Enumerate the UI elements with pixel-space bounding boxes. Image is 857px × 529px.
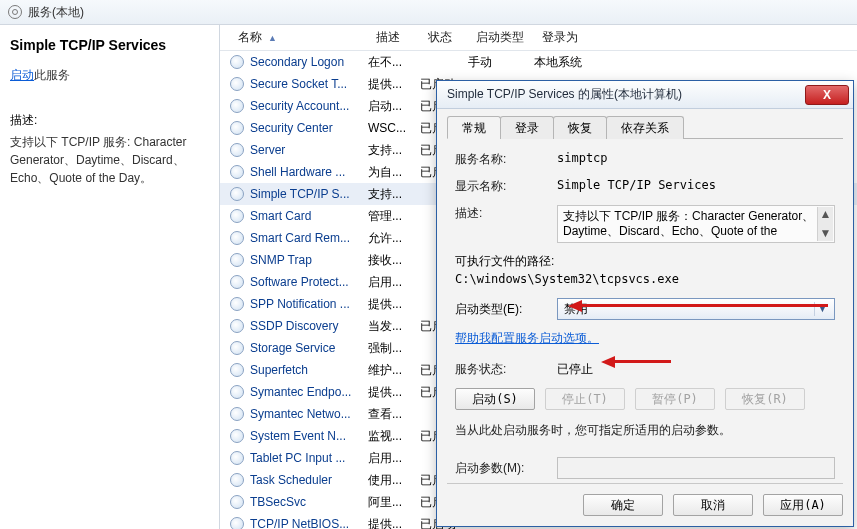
service-row[interactable]: Secondary Logon在不...手动本地系统 — [220, 51, 857, 73]
cell-desc: 强制... — [368, 340, 420, 357]
cell-name: SPP Notification ... — [250, 297, 368, 311]
selected-service-title: Simple TCP/IP Services — [10, 37, 209, 53]
cell-desc: 启动... — [368, 98, 420, 115]
cell-desc: 提供... — [368, 76, 420, 93]
cell-name: System Event N... — [250, 429, 368, 443]
display-name-label: 显示名称: — [455, 178, 557, 195]
tab-dependencies[interactable]: 依存关系 — [606, 116, 684, 139]
cell-desc: 提供... — [368, 384, 420, 401]
address-text: 服务(本地) — [28, 4, 84, 21]
service-icon — [230, 517, 244, 529]
cell-name: Software Protect... — [250, 275, 368, 289]
cell-name: Secondary Logon — [250, 55, 368, 69]
service-icon — [230, 253, 244, 267]
service-icon — [230, 231, 244, 245]
starttype-label: 启动类型(E): — [455, 301, 557, 318]
service-icon — [230, 121, 244, 135]
service-icon — [230, 495, 244, 509]
service-icon — [230, 319, 244, 333]
start-param-label: 启动参数(M): — [455, 460, 557, 477]
service-icon — [230, 187, 244, 201]
detail-pane: Simple TCP/IP Services 启动此服务 描述: 支持以下 TC… — [0, 25, 220, 529]
exe-path-value: C:\windows\System32\tcpsvcs.exe — [455, 272, 835, 286]
col-state[interactable]: 状态 — [420, 25, 468, 50]
cell-name: Superfetch — [250, 363, 368, 377]
service-icon — [230, 77, 244, 91]
cell-desc: 提供... — [368, 516, 420, 530]
close-button[interactable]: X — [805, 85, 849, 105]
cell-desc: 提供... — [368, 296, 420, 313]
dialog-titlebar[interactable]: Simple TCP/IP Services 的属性(本地计算机) X — [437, 81, 853, 109]
cell-name: Security Account... — [250, 99, 368, 113]
tabs: 常规 登录 恢复 依存关系 — [447, 115, 843, 139]
service-icon — [230, 209, 244, 223]
cell-desc: 启用... — [368, 274, 420, 291]
service-state-label: 服务状态: — [455, 361, 557, 378]
service-icon — [230, 275, 244, 289]
start-info-text: 当从此处启动服务时，您可指定所适用的启动参数。 — [455, 422, 835, 439]
cell-desc: 监视... — [368, 428, 420, 445]
help-link[interactable]: 帮助我配置服务启动选项。 — [455, 330, 599, 347]
cell-name: Smart Card — [250, 209, 368, 223]
ok-button[interactable]: 确定 — [583, 494, 663, 516]
service-icon — [230, 451, 244, 465]
cell-desc: 接收... — [368, 252, 420, 269]
stop-button: 停止(T) — [545, 388, 625, 410]
cell-name: SNMP Trap — [250, 253, 368, 267]
general-pane: 服务名称: simptcp 显示名称: Simple TCP/IP Servic… — [447, 139, 843, 483]
service-name-label: 服务名称: — [455, 151, 557, 168]
tab-recovery[interactable]: 恢复 — [553, 116, 607, 139]
service-name-value: simptcp — [557, 151, 835, 165]
cell-name: Tablet PC Input ... — [250, 451, 368, 465]
desc-value: 支持以下 TCP/IP 服务：Character Generator、Dayti… — [563, 209, 814, 238]
service-icon — [230, 473, 244, 487]
sort-asc-icon: ▲ — [268, 33, 277, 43]
desc-text: 支持以下 TCP/IP 服务: Character Generator、Dayt… — [10, 133, 209, 187]
start-button[interactable]: 启动(S) — [455, 388, 535, 410]
cell-start: 手动 — [468, 54, 534, 71]
cell-desc: 为自... — [368, 164, 420, 181]
tab-general[interactable]: 常规 — [447, 116, 501, 139]
cell-name: TBSecSvc — [250, 495, 368, 509]
service-icon — [230, 297, 244, 311]
pause-button: 暂停(P) — [635, 388, 715, 410]
service-icon — [230, 143, 244, 157]
cell-name: Smart Card Rem... — [250, 231, 368, 245]
service-state-value: 已停止 — [557, 361, 593, 378]
cell-desc: 维护... — [368, 362, 420, 379]
col-starttype[interactable]: 启动类型 — [468, 25, 534, 50]
start-param-input — [557, 457, 835, 479]
cell-name: Shell Hardware ... — [250, 165, 368, 179]
service-icon — [230, 165, 244, 179]
cell-desc: 在不... — [368, 54, 420, 71]
col-logon[interactable]: 登录为 — [534, 25, 594, 50]
col-desc[interactable]: 描述 — [368, 25, 420, 50]
dropdown-arrow-icon: ▼ — [814, 302, 830, 316]
cell-name: TCP/IP NetBIOS... — [250, 517, 368, 529]
tab-logon[interactable]: 登录 — [500, 116, 554, 139]
starttype-dropdown[interactable]: 禁用 ▼ — [557, 298, 835, 320]
column-headers: 名称▲ 描述 状态 启动类型 登录为 — [220, 25, 857, 51]
apply-button[interactable]: 应用(A) — [763, 494, 843, 516]
dialog-footer: 确定 取消 应用(A) — [447, 483, 843, 516]
cell-desc: 当发... — [368, 318, 420, 335]
cell-desc: 支持... — [368, 142, 420, 159]
cancel-button[interactable]: 取消 — [673, 494, 753, 516]
cell-desc: 启用... — [368, 450, 420, 467]
col-name[interactable]: 名称▲ — [230, 25, 368, 50]
desc-textarea[interactable]: 支持以下 TCP/IP 服务：Character Generator、Dayti… — [557, 205, 835, 243]
cell-name: Task Scheduler — [250, 473, 368, 487]
properties-dialog: Simple TCP/IP Services 的属性(本地计算机) X 常规 登… — [436, 80, 854, 527]
service-icon — [230, 385, 244, 399]
starttype-value: 禁用 — [564, 301, 588, 318]
cell-desc: 管理... — [368, 208, 420, 225]
cell-name: Symantec Endpo... — [250, 385, 368, 399]
cell-desc: 阿里... — [368, 494, 420, 511]
desc-scrollbar[interactable]: ▲▼ — [817, 207, 833, 241]
cell-name: SSDP Discovery — [250, 319, 368, 333]
desc-label: 描述: — [455, 205, 557, 222]
cell-name: Symantec Netwo... — [250, 407, 368, 421]
service-icon — [230, 341, 244, 355]
start-link[interactable]: 启动 — [10, 68, 34, 82]
cell-name: Security Center — [250, 121, 368, 135]
